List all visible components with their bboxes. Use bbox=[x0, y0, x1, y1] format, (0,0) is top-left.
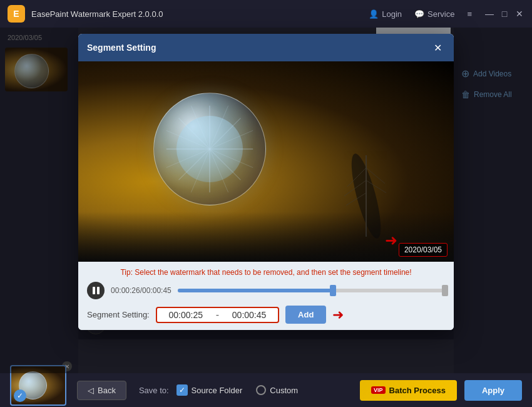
close-button[interactable]: ✕ bbox=[514, 9, 524, 19]
segment-row: Segment Setting: - Add ➜ bbox=[87, 306, 445, 324]
segment-end-input[interactable] bbox=[224, 310, 274, 320]
segment-red-arrow-icon: ➜ bbox=[332, 307, 344, 323]
menu-icon-item[interactable]: ≡ bbox=[467, 9, 472, 19]
segment-start-input[interactable] bbox=[161, 310, 211, 320]
timeline-start-thumb[interactable] bbox=[330, 285, 336, 296]
title-bar: E EasePaint Watermark Expert 2.0.0.0 👤 L… bbox=[0, 0, 532, 28]
bottom-bar: ✕ ✓ 3.mp4 ◁ Back Save to: ✓ Source Folde… bbox=[0, 373, 532, 407]
segment-dash: - bbox=[216, 309, 219, 321]
timeline-row: 00:00:26/00:00:45 bbox=[87, 282, 445, 299]
source-folder-option[interactable]: ✓ Source Folder bbox=[176, 384, 243, 396]
red-arrow-icon: ➜ bbox=[385, 232, 397, 249]
custom-option[interactable]: Custom bbox=[256, 385, 298, 395]
app-title: EasePaint Watermark Expert 2.0.0.0 bbox=[31, 9, 369, 19]
check-icon: ✓ bbox=[14, 389, 26, 402]
time-display: 00:00:26/00:00:45 bbox=[111, 286, 171, 295]
dialog-title: Segment Setting bbox=[87, 43, 156, 53]
custom-radio[interactable] bbox=[256, 385, 266, 395]
segment-input-group: - bbox=[156, 307, 279, 323]
minimize-button[interactable]: — bbox=[484, 9, 494, 19]
video-background: ➜ 2020/03/05 bbox=[78, 61, 454, 262]
maximize-button[interactable]: □ bbox=[499, 9, 509, 19]
back-button[interactable]: ◁ Back bbox=[77, 381, 126, 400]
dialog-overlay: Segment Setting ✕ bbox=[0, 28, 532, 373]
pause-button[interactable] bbox=[87, 282, 105, 299]
login-nav-item[interactable]: 👤 Login bbox=[369, 9, 402, 19]
dialog-titlebar: Segment Setting ✕ bbox=[78, 34, 454, 61]
add-segment-button[interactable]: Add bbox=[285, 306, 326, 324]
hamburger-icon: ≡ bbox=[467, 9, 472, 19]
source-folder-checkbox[interactable]: ✓ bbox=[176, 384, 188, 396]
chat-icon: 💬 bbox=[414, 9, 424, 19]
back-arrow-icon: ◁ bbox=[88, 386, 94, 395]
dialog-controls: Tip: Select the watermark that needs to … bbox=[78, 262, 454, 330]
pause-icon bbox=[93, 287, 100, 294]
video-timestamp: 2020/03/05 bbox=[399, 243, 448, 257]
title-nav: 👤 Login 💬 Service ≡ bbox=[369, 9, 472, 19]
dialog-close-button[interactable]: ✕ bbox=[430, 40, 445, 55]
segment-setting-dialog: Segment Setting ✕ bbox=[78, 34, 454, 330]
timeline-end-thumb[interactable] bbox=[442, 285, 448, 296]
app-window: E EasePaint Watermark Expert 2.0.0.0 👤 L… bbox=[0, 0, 532, 407]
service-nav-item[interactable]: 💬 Service bbox=[414, 9, 454, 19]
timeline-fill bbox=[178, 289, 333, 292]
bubble-visual bbox=[153, 93, 266, 205]
apply-button[interactable]: Apply bbox=[464, 380, 522, 401]
vip-badge: VIP bbox=[371, 386, 386, 394]
dialog-timeline[interactable] bbox=[178, 289, 445, 292]
batch-process-button[interactable]: VIP Batch Process bbox=[360, 380, 457, 401]
window-controls: — □ ✕ bbox=[484, 9, 524, 19]
custom-label: Custom bbox=[270, 386, 298, 395]
app-logo: E bbox=[8, 5, 25, 23]
tip-text: Tip: Select the watermark that needs to … bbox=[87, 268, 445, 277]
segment-setting-label: Segment Setting: bbox=[87, 310, 150, 319]
content-area: Segment Trim 2020/03/05 bbox=[0, 28, 532, 373]
person-icon: 👤 bbox=[369, 9, 379, 19]
dialog-video-preview: ➜ 2020/03/05 bbox=[78, 61, 454, 262]
save-to-label: Save to: bbox=[139, 386, 169, 395]
source-folder-label: Source Folder bbox=[192, 386, 243, 395]
